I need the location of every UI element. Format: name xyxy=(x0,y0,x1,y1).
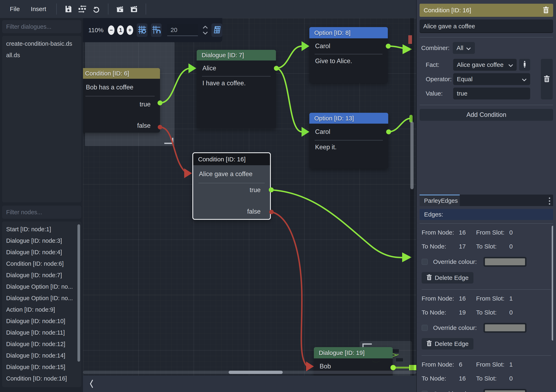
from-slot-value: 1 xyxy=(509,361,513,368)
app-window: File Insert xyxy=(0,0,556,392)
node-list-item[interactable]: Condition [ID: node:6] xyxy=(2,258,81,269)
node-header[interactable]: Option [ID: 8] xyxy=(309,27,388,38)
edges-scrollbar-thumb[interactable] xyxy=(552,226,553,341)
graph-canvas[interactable]: Condition [ID: 6] Bob has a coffee true … xyxy=(83,18,416,376)
operator-select[interactable]: Equal xyxy=(453,73,530,85)
node-list-item[interactable]: Action [ID: node:9] xyxy=(2,304,81,315)
to-node-value: 16 xyxy=(459,375,476,382)
node-fact-text: Alice gave a coffee xyxy=(193,165,270,183)
fact-value: Alice gave coffee xyxy=(457,61,503,68)
override-colour-checkbox[interactable] xyxy=(422,325,428,331)
node-list-item[interactable]: Dialogue Option [ID: no... xyxy=(2,292,81,304)
node-header[interactable]: Option [ID: 13] xyxy=(309,113,388,124)
delete-edge-button[interactable]: Delete Edge xyxy=(422,338,473,350)
delete-node-icon[interactable] xyxy=(543,6,549,14)
menu-insert[interactable]: Insert xyxy=(26,3,51,15)
dialogue-list: create-condition-basic.dsall.ds xyxy=(2,36,81,202)
canvas-vertical-scrollbar[interactable] xyxy=(410,18,414,376)
fact-select[interactable]: Alice gave coffee xyxy=(453,59,517,71)
node-list: Start [ID: node:1]Dialogue [ID: node:3]D… xyxy=(2,221,81,387)
from-slot-label: From Slot: xyxy=(476,295,509,302)
node-list-item[interactable]: Dialogue [ID: node:12] xyxy=(2,338,81,350)
from-node-value: 16 xyxy=(459,295,476,302)
frame-resize-handle[interactable] xyxy=(164,138,173,144)
node-header[interactable]: Dialogue [ID: 19] xyxy=(314,347,393,358)
node-list-item[interactable]: Dialogue [ID: node:15] xyxy=(2,361,81,373)
canvas-horizontal-scrollbar[interactable] xyxy=(83,371,416,374)
value-label: Value: xyxy=(420,90,453,97)
undo-button[interactable] xyxy=(90,3,102,15)
node-list-item[interactable]: Dialogue [ID: node:3] xyxy=(2,235,81,246)
node-list-scrollbar[interactable] xyxy=(77,224,80,362)
toggle-minimap-button[interactable] xyxy=(211,23,222,37)
node-filter-input[interactable] xyxy=(6,209,83,216)
test-dialogue-button[interactable] xyxy=(114,3,126,15)
graph-node-condition-6[interactable]: Condition [ID: 6] Bob has a coffee true … xyxy=(83,68,160,133)
node-list-item[interactable]: Dialogue [ID: node:14] xyxy=(2,350,81,361)
from-slot-label: From Slot: xyxy=(476,361,509,368)
graph-node-dialogue-7[interactable]: Dialogue [ID: 7] Alice I have a coffee. xyxy=(197,50,276,129)
trash-icon xyxy=(426,340,432,348)
node-list-item[interactable]: Dialogue [ID: node:11] xyxy=(2,327,81,338)
graph-node-option-8[interactable]: Option [ID: 8] Carol Give to Alice. xyxy=(309,27,388,83)
canvas-horizontal-scrollbar-thumb[interactable] xyxy=(229,371,283,374)
delete-condition-button[interactable] xyxy=(541,59,553,99)
canvas-vertical-scrollbar-thumb[interactable] xyxy=(410,122,414,189)
zoom-out-button[interactable]: − xyxy=(108,25,115,35)
zoom-in-button[interactable]: + xyxy=(127,25,133,35)
spinner-up-icon[interactable] xyxy=(203,26,208,29)
menu-file[interactable]: File xyxy=(5,3,24,15)
node-header[interactable]: Dialogue [ID: 7] xyxy=(197,50,276,61)
override-colour-checkbox[interactable] xyxy=(422,391,428,392)
zoom-reset-button[interactable]: 1 xyxy=(117,25,124,35)
edge-entry: From Node: 16 From Slot: 1 To Node: 19 T… xyxy=(420,290,553,356)
node-header[interactable]: Condition [ID: 16] xyxy=(193,153,270,165)
dialogue-list-item[interactable]: all.ds xyxy=(2,49,81,61)
dialogue-list-item[interactable]: create-condition-basic.ds xyxy=(2,38,81,49)
snap-spinner[interactable] xyxy=(203,26,208,34)
from-node-label: From Node: xyxy=(422,361,459,368)
override-colour-picker[interactable] xyxy=(484,323,526,333)
toggle-snap-button[interactable] xyxy=(151,23,162,37)
condition-description-field[interactable]: Alice gave a coffee xyxy=(420,19,553,33)
override-colour-picker[interactable] xyxy=(484,389,526,392)
node-list-item[interactable]: Dialogue Option [ID: no... xyxy=(2,281,81,292)
to-slot-value: 0 xyxy=(509,309,513,316)
override-colour-picker[interactable] xyxy=(484,257,526,267)
edges-tabbar: ParleyEdges xyxy=(420,195,553,206)
add-condition-button[interactable]: Add Condition xyxy=(420,109,553,121)
toggle-grid-button[interactable] xyxy=(137,23,147,37)
left-column: File Insert xyxy=(0,0,416,392)
test-scene-button[interactable] xyxy=(128,3,140,15)
save-icon xyxy=(64,5,72,13)
node-list-item[interactable]: Condition [ID: node:16] xyxy=(2,373,81,384)
arrange-nodes-button[interactable] xyxy=(77,3,88,15)
node-filter[interactable] xyxy=(2,206,81,219)
edit-fact-button[interactable] xyxy=(519,59,530,71)
spinner-down-icon[interactable] xyxy=(203,31,208,34)
combiner-select[interactable]: All xyxy=(453,42,475,54)
node-list-item[interactable]: Dialogue [ID: node:7] xyxy=(2,269,81,281)
collapse-sidebar-icon[interactable] xyxy=(89,379,94,388)
dialogue-filter[interactable] xyxy=(2,20,81,33)
graph-node-condition-16[interactable]: Condition [ID: 16] Alice gave a coffee t… xyxy=(192,152,271,220)
node-list-item[interactable]: Dialogue [ID: node:10] xyxy=(2,315,81,327)
snap-distance-input[interactable] xyxy=(167,24,198,36)
panel-menu-icon[interactable] xyxy=(548,197,551,205)
node-list-item[interactable]: Dialogue [ID: node:4] xyxy=(2,246,81,258)
value-input[interactable] xyxy=(453,87,530,99)
dialogue-filter-input[interactable] xyxy=(6,23,83,30)
delete-edge-label: Delete Edge xyxy=(435,274,469,281)
graph-node-option-13[interactable]: Option [ID: 13] Carol Keep it. xyxy=(309,113,388,169)
save-button[interactable] xyxy=(62,3,74,15)
to-node-label: To Node: xyxy=(422,375,459,382)
to-node-label: To Node: xyxy=(422,243,459,250)
node-list-item[interactable]: Dialogue [ID: node:17] xyxy=(2,384,81,387)
value-row: Value: xyxy=(420,87,553,99)
canvas-toolbar: 110% − 1 + xyxy=(83,18,222,42)
node-list-item[interactable]: Start [ID: node:1] xyxy=(2,223,81,235)
override-colour-checkbox[interactable] xyxy=(422,259,428,265)
tab-parley-edges[interactable]: ParleyEdges xyxy=(420,195,460,206)
delete-edge-button[interactable]: Delete Edge xyxy=(422,272,473,283)
node-header[interactable]: Condition [ID: 6] xyxy=(83,68,160,79)
